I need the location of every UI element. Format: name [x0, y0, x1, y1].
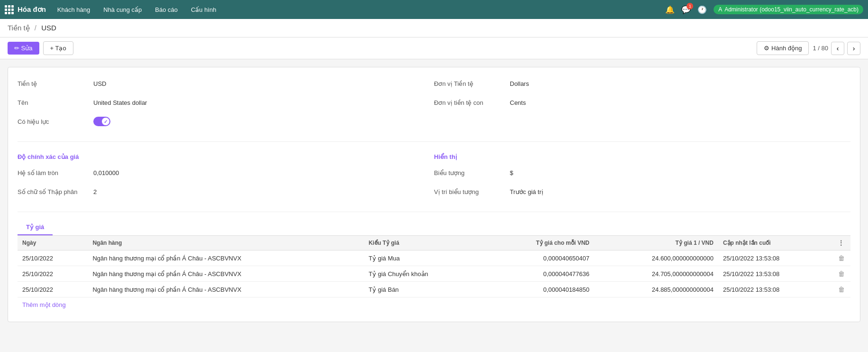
create-button[interactable]: + Tạo [43, 41, 73, 55]
col-ty-gia-vnd: Tỷ giá cho mỗi VND [485, 236, 595, 250]
toggle-knob: ✓ [102, 118, 109, 125]
basic-fields-section: Tiền tệ USD Tên United States dollar Có … [18, 77, 850, 134]
ten-label: Tên [18, 99, 93, 106]
breadcrumb-separator: / [35, 24, 36, 32]
top-navigation: Hóa đơn Khách hàng Nhà cung cấp Báo cáo … [0, 0, 868, 19]
so-chu-so-row: Số chữ số Thập phân 2 [18, 185, 420, 198]
action-button[interactable]: ⚙ Hành động [757, 41, 809, 55]
co-hieu-luc-label: Có hiệu lực [18, 118, 93, 125]
divider-2 [18, 212, 850, 212]
precision-display-section: Độ chính xác của giá Hệ số làm tròn 0,01… [18, 149, 850, 204]
app-name: Hóa đơn [18, 5, 46, 14]
bieu-tuong-value: $ [510, 169, 513, 176]
so-chu-so-value: 2 [93, 188, 97, 195]
tien-te-value: USD [93, 80, 106, 87]
cell-kieu-ty-gia: Tỷ giá Bán [364, 282, 485, 297]
tien-te-label: Tiền tệ [18, 80, 93, 87]
user-avatar-letter: A [718, 6, 722, 13]
cell-delete[interactable]: 🗑 [833, 266, 850, 282]
cell-cap-nhat: 25/10/2022 13:53:08 [718, 266, 833, 282]
display-header: Hiển thị [434, 153, 836, 160]
cell-ty-gia-vnd: 0,000040650407 [485, 250, 595, 266]
ty-gia-table: Ngày Ngân hàng Kiểu Tỷ giá Tỷ giá cho mỗ… [18, 236, 850, 297]
user-label: Administrator (odoo15_viin_auto_currency… [724, 6, 859, 13]
divider-1 [18, 141, 850, 142]
co-hieu-luc-row: Có hiệu lực ✓ [18, 115, 420, 128]
don-vi-tien-te-con-label: Đơn vị tiền tệ con [434, 99, 510, 106]
clock-icon[interactable]: 🕐 [697, 5, 707, 14]
don-vi-tien-te-con-value: Cents [510, 99, 526, 106]
ten-value: United States dollar [93, 99, 147, 106]
edit-button[interactable]: ✏ Sửa [8, 42, 39, 55]
cell-delete[interactable]: 🗑 [833, 282, 850, 297]
chat-icon[interactable]: 💬 1 [681, 5, 691, 14]
ten-row: Tên United States dollar [18, 96, 420, 109]
nav-bao-cao[interactable]: Báo cáo [148, 0, 184, 19]
cell-delete[interactable]: 🗑 [833, 250, 850, 266]
pagination-text: 1 / 80 [813, 45, 828, 52]
don-vi-tien-te-con-row: Đơn vị tiền tệ con Cents [434, 96, 836, 109]
vi-tri-value: Trước giá trị [510, 188, 543, 195]
vi-tri-row: Vị trí biểu tượng Trước giá trị [434, 185, 836, 198]
form-card: Tiền tệ USD Tên United States dollar Có … [8, 67, 860, 322]
don-vi-tien-te-row: Đơn vị Tiền tệ Dollars [434, 77, 836, 90]
cell-kieu-ty-gia: Tỷ giá Chuyển khoản [364, 266, 485, 282]
he-so-lam-tron-label: Hệ số làm tròn [18, 169, 93, 176]
nav-menu: Khách hàng Nhà cung cấp Báo cáo Cấu hình [51, 0, 665, 19]
cell-ngay: 25/10/2022 [18, 282, 88, 297]
cell-ngan-hang: Ngân hàng thương mại cổ phần Á Châu - AS… [88, 250, 364, 266]
left-col: Tiền tệ USD Tên United States dollar Có … [18, 77, 434, 134]
don-vi-tien-te-label: Đơn vị Tiền tệ [434, 80, 510, 87]
cell-ty-gia-vnd: 0,000040477636 [485, 266, 595, 282]
delete-icon[interactable]: 🗑 [838, 270, 845, 278]
main-content: Tiền tệ USD Tên United States dollar Có … [0, 59, 868, 330]
nav-cau-hinh[interactable]: Cấu hình [184, 0, 223, 19]
app-logo[interactable]: Hóa đơn [5, 5, 46, 14]
nav-right: 🔔 💬 1 🕐 A Administrator (odoo15_viin_aut… [665, 5, 863, 14]
nav-khach-hang[interactable]: Khách hàng [51, 0, 97, 19]
table-row: 25/10/2022 Ngân hàng thương mại cổ phần … [18, 250, 850, 266]
delete-icon[interactable]: 🗑 [838, 254, 845, 262]
co-hieu-luc-toggle[interactable]: ✓ [93, 117, 110, 126]
cell-ngan-hang: Ngân hàng thương mại cổ phần Á Châu - AS… [88, 282, 364, 297]
tabs-bar: Tỷ giá [18, 220, 850, 236]
tab-ty-gia[interactable]: Tỷ giá [18, 220, 53, 235]
vi-tri-label: Vị trí biểu tượng [434, 188, 510, 195]
table-row: 25/10/2022 Ngân hàng thương mại cổ phần … [18, 266, 850, 282]
col-ty-gia-1: Tỷ giá 1 / VND [594, 236, 718, 250]
so-chu-so-label: Số chữ số Thập phân [18, 188, 93, 195]
cell-ty-gia-vnd: 0,000040184850 [485, 282, 595, 297]
col-ngay: Ngày [18, 236, 88, 250]
he-so-lam-tron-row: Hệ số làm tròn 0,010000 [18, 166, 420, 179]
user-menu[interactable]: A Administrator (odoo15_viin_auto_curren… [714, 5, 863, 14]
activity-icon[interactable]: 🔔 [665, 5, 675, 14]
col-cap-nhat: Cập nhật lần cuối [718, 236, 833, 250]
cell-ngan-hang: Ngân hàng thương mại cổ phần Á Châu - AS… [88, 266, 364, 282]
right-col: Đơn vị Tiền tệ Dollars Đơn vị tiền tệ co… [434, 77, 850, 134]
cell-cap-nhat: 25/10/2022 13:53:08 [718, 250, 833, 266]
breadcrumb: Tiền tệ / USD [0, 19, 868, 37]
display-col: Hiển thị Biểu tượng $ Vị trí biểu tượng … [434, 149, 850, 204]
cell-ty-gia-1: 24.885,000000000004 [594, 282, 718, 297]
cell-cap-nhat: 25/10/2022 13:53:08 [718, 282, 833, 297]
cell-ngay: 25/10/2022 [18, 266, 88, 282]
tien-te-row: Tiền tệ USD [18, 77, 420, 90]
col-options-header: ⋮ [833, 236, 850, 250]
nav-nha-cung-cap[interactable]: Nhà cung cấp [97, 0, 148, 19]
add-row-button[interactable]: Thêm một dòng [18, 297, 71, 312]
breadcrumb-parent[interactable]: Tiền tệ [8, 24, 30, 32]
he-so-lam-tron-value: 0,010000 [93, 169, 119, 176]
pagination: 1 / 80 ‹ › [813, 42, 860, 55]
breadcrumb-current: USD [41, 24, 56, 32]
cell-kieu-ty-gia: Tỷ giá Mua [364, 250, 485, 266]
cell-ty-gia-1: 24.600,000000000000 [594, 250, 718, 266]
cell-ngay: 25/10/2022 [18, 250, 88, 266]
cell-ty-gia-1: 24.705,000000000004 [594, 266, 718, 282]
precision-header: Độ chính xác của giá [18, 153, 420, 160]
prev-page-button[interactable]: ‹ [831, 42, 844, 55]
bieu-tuong-label: Biểu tượng [434, 169, 510, 176]
col-kieu-ty-gia: Kiểu Tỷ giá [364, 236, 485, 250]
next-page-button[interactable]: › [847, 42, 860, 55]
table-row: 25/10/2022 Ngân hàng thương mại cổ phần … [18, 282, 850, 297]
delete-icon[interactable]: 🗑 [838, 286, 845, 293]
